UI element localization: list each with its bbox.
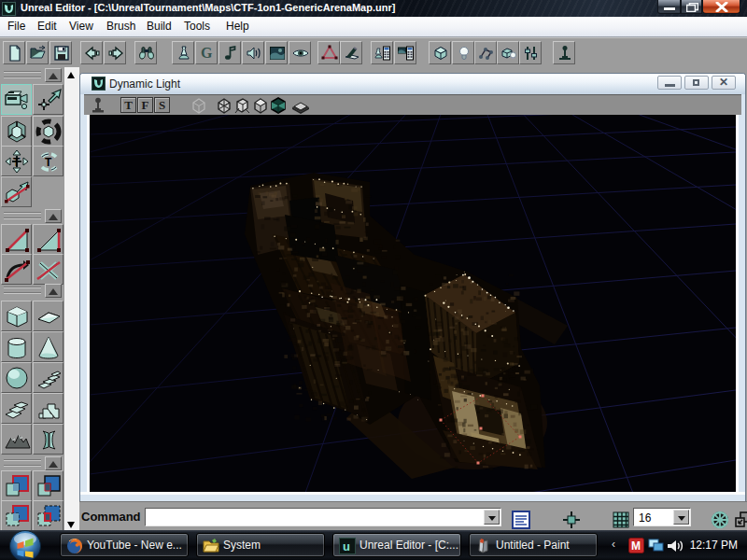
svg-text:M: M [631, 539, 641, 553]
svg-text:T: T [13, 156, 21, 169]
svg-text:u: u [343, 539, 350, 553]
svg-text:T: T [45, 156, 52, 169]
svg-text:G: G [201, 45, 213, 61]
